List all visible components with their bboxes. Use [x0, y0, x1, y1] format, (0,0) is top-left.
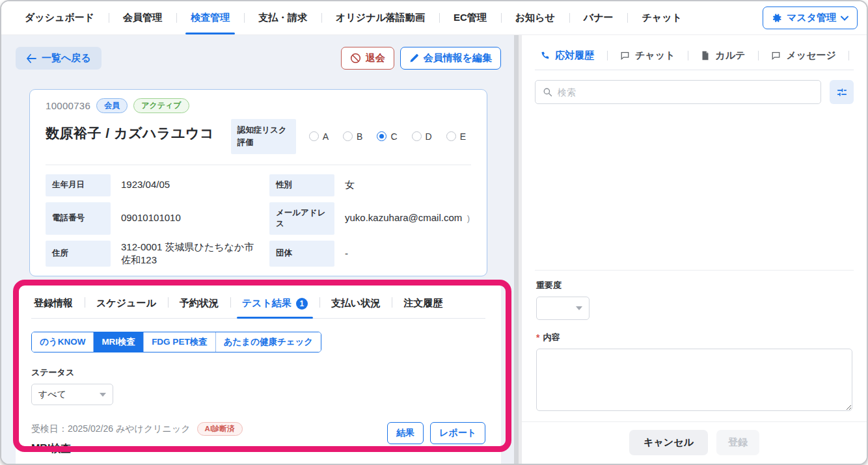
cancel-button[interactable]: キャンセル — [629, 430, 708, 455]
importance-label: 重要度 — [536, 280, 852, 291]
field-label-phone: 電話番号 — [46, 202, 111, 235]
ai-diagnosed-badge: AI診断済 — [197, 422, 243, 436]
field-value-organization: - — [345, 241, 471, 267]
message-icon — [771, 51, 781, 60]
field-label-gender: 性別 — [269, 174, 334, 196]
content-textarea[interactable] — [536, 349, 852, 411]
nav-item-videos[interactable]: オリジナル落語動画 — [321, 1, 439, 34]
caret-down-icon — [576, 306, 582, 310]
nav-item-dashboard[interactable]: ダッシュボード — [10, 1, 109, 34]
field-label-address: 住所 — [46, 241, 111, 267]
dementia-risk-group: 認知症リスク 評価 A B C D E — [231, 119, 471, 154]
tab-message[interactable]: メッセージ — [758, 46, 848, 70]
risk-radio-b[interactable]: B — [343, 131, 362, 142]
tab-test-results[interactable]: テスト結果 1 — [230, 295, 319, 318]
filter-settings-button[interactable] — [830, 80, 854, 104]
email-suffix-glyph: ) — [467, 213, 471, 224]
result-info: 受検日：2025/02/26 みやけクリニック AI診断済 MRI検査 — [31, 422, 243, 456]
support-panel: 応対履歴 チャット カルテ — [522, 35, 867, 464]
segment-health-check[interactable]: あたまの健康チェック — [215, 332, 321, 352]
dementia-risk-label: 認知症リスク 評価 — [231, 119, 296, 154]
risk-radio-e[interactable]: E — [446, 131, 466, 142]
field-value-gender: 女 — [345, 174, 471, 196]
sliders-icon — [836, 86, 848, 98]
support-search-row — [535, 80, 854, 104]
app-window: ダッシュボード 会員管理 検査管理 支払・請求 オリジナル落語動画 EC管理 お… — [0, 0, 868, 465]
withdraw-button[interactable]: 退会 — [341, 47, 394, 70]
search-input[interactable] — [558, 87, 813, 98]
risk-radio-a[interactable]: A — [309, 131, 329, 142]
divider — [46, 165, 471, 165]
risk-radio-group: A B C D E — [309, 131, 466, 142]
chat-icon — [620, 51, 630, 60]
no-entry-icon — [350, 53, 361, 64]
content-label: 内容 — [543, 332, 560, 343]
field-value-address: 312-0001 茨城県ひたちなか市佐和123 — [121, 241, 259, 267]
tab-contact-history[interactable]: 応対履歴 — [535, 46, 607, 70]
member-name: 数原裕子 / カズハラユウコ — [46, 119, 214, 142]
tab-order-history[interactable]: 注文履歴 — [392, 295, 454, 318]
nav-item-news[interactable]: お知らせ — [501, 1, 569, 34]
contact-entry-form: 重要度 * 内容 — [535, 270, 854, 421]
test-results-count-badge: 1 — [296, 298, 308, 310]
segment-nouknow[interactable]: のうKNOW — [32, 332, 93, 352]
status-filter-label: ステータス — [31, 367, 485, 379]
nav-item-banner[interactable]: バナー — [569, 1, 628, 34]
risk-radio-d[interactable]: D — [412, 131, 432, 142]
pencil-icon — [409, 53, 419, 63]
tab-registration-info[interactable]: 登録情報 — [31, 295, 85, 318]
field-value-phone: 09010101010 — [121, 202, 259, 235]
member-id-row: 10000736 会員 アクティブ — [46, 98, 471, 113]
main-area: 一覧へ戻る 退会 会員情報を編集 10000 — [1, 35, 867, 464]
gear-icon — [772, 13, 782, 23]
radio-icon — [343, 131, 353, 141]
member-detail-panel: 一覧へ戻る 退会 会員情報を編集 10000 — [1, 35, 514, 464]
form-footer: キャンセル 登録 — [522, 421, 867, 464]
radio-icon — [377, 131, 387, 141]
contact-history-list — [535, 104, 854, 270]
detail-tabs: 登録情報 スケジュール 予約状況 テスト結果 1 支払い状況 注文履歴 — [31, 295, 485, 319]
chevron-down-icon — [841, 16, 848, 21]
edit-member-button[interactable]: 会員情報を編集 — [400, 47, 501, 70]
status-filter-select[interactable]: すべて — [31, 384, 113, 405]
report-button[interactable]: レポート — [430, 422, 485, 444]
nav-item-chat[interactable]: チャット — [627, 1, 696, 34]
top-navigation: ダッシュボード 会員管理 検査管理 支払・請求 オリジナル落語動画 EC管理 お… — [1, 1, 867, 35]
nav-item-exams[interactable]: 検査管理 — [176, 1, 244, 34]
nav-item-members[interactable]: 会員管理 — [109, 1, 176, 34]
phone-icon — [540, 51, 550, 60]
result-date-clinic: 受検日：2025/02/26 みやけクリニック — [31, 423, 191, 435]
radio-icon — [309, 131, 319, 141]
tab-chat[interactable]: チャット — [607, 46, 688, 70]
nav-item-ec[interactable]: EC管理 — [439, 1, 501, 34]
tab-chart[interactable]: カルテ — [688, 46, 758, 70]
content-label-row: * 内容 — [536, 332, 852, 343]
tab-reservations[interactable]: 予約状況 — [168, 295, 230, 318]
tab-payment-status[interactable]: 支払い状況 — [319, 295, 392, 318]
member-summary-card: 10000736 会員 アクティブ 数原裕子 / カズハラユウコ 認知症リスク … — [29, 89, 487, 276]
risk-radio-c[interactable]: C — [377, 131, 397, 142]
back-to-list-button[interactable]: 一覧へ戻る — [16, 47, 102, 70]
segment-mri[interactable]: MRI検査 — [93, 332, 143, 352]
master-management-button[interactable]: マスタ管理 — [763, 7, 858, 29]
segment-fdg-pet[interactable]: FDG PET検査 — [143, 332, 215, 352]
member-detail-tab-card: 登録情報 スケジュール 予約状況 テスト結果 1 支払い状況 注文履歴 のうKN… — [16, 283, 501, 465]
nav-item-billing[interactable]: 支払・請求 — [244, 1, 321, 34]
test-type-segmented-control: のうKNOW MRI検査 FDG PET検査 あたまの健康チェック — [31, 332, 321, 352]
member-name-row: 数原裕子 / カズハラユウコ 認知症リスク 評価 A B C D E — [46, 119, 471, 154]
importance-select[interactable] — [536, 297, 590, 320]
field-value-birthdate: 1923/04/05 — [121, 174, 259, 196]
test-result-row: 受検日：2025/02/26 みやけクリニック AI診断済 MRI検査 結果 レ… — [31, 422, 485, 465]
member-type-badge: 会員 — [96, 98, 128, 113]
result-actions: 結果 レポート — [387, 422, 485, 444]
search-box[interactable] — [535, 80, 821, 104]
member-fields-grid: 生年月日 1923/04/05 性別 女 電話番号 09010101010 メー… — [46, 174, 471, 267]
submit-button[interactable]: 登録 — [716, 430, 759, 455]
divider — [848, 51, 849, 60]
result-button[interactable]: 結果 — [387, 422, 424, 444]
tab-schedule[interactable]: スケジュール — [85, 295, 168, 318]
detail-action-row: 一覧へ戻る 退会 会員情報を編集 — [16, 47, 501, 70]
panel-scrollbar[interactable] — [514, 35, 522, 464]
caret-down-icon — [100, 393, 106, 397]
member-id: 10000736 — [46, 100, 90, 111]
